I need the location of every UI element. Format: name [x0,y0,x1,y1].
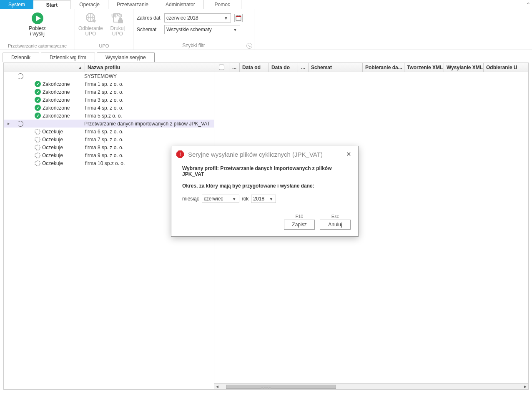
col-data-do[interactable]: Data do [269,63,298,72]
profile-name: SYSTEMOWY [84,73,214,79]
fetch-send-label-2: i wyślij [30,31,45,37]
ribbon-group3-label: Szybki filtr ↘ [133,42,254,50]
dialog-close-button[interactable]: ✕ [344,150,353,158]
calendar-icon[interactable] [234,14,243,22]
dialog-title: Seryjne wysyłanie plików cyklicznych (JP… [188,151,340,158]
pending-icon [35,153,40,158]
selected-profile-line: Wybrany profil: Przetwarzanie danych imp… [182,165,347,177]
left-col-status-header[interactable]: ▲ [4,63,85,72]
check-icon: ✓ [35,81,41,87]
year-label: rok [242,196,249,202]
schema-label: Schemat [137,27,162,33]
profile-name: firma 5 sp.z o. o. [84,113,214,119]
profile-row[interactable]: ✓Zakończonefirma 2 sp. z o. o. [4,88,214,96]
profile-name: firma 7 sp. z o. o. [84,137,214,143]
stop-icon: ! [176,150,184,158]
tab-start[interactable]: Start [33,0,71,9]
print-upo-icon: UPO [111,12,124,25]
profile-name: Przetwarzanie danych importowanych z pli… [84,121,214,127]
col-odbieranie[interactable]: Odbieranie U [484,63,528,72]
pending-icon [35,160,40,166]
status-cell: ✓Zakończone [24,105,84,111]
subtab-2[interactable]: Wysyłanie seryjne [97,53,155,62]
save-hint: F10 [296,214,304,219]
col-dots-2[interactable]: ... [298,63,309,72]
row-indicator-icon: ▸ [5,121,12,126]
refresh-icon [17,121,24,127]
print-upo-button: UPO DrukujUPO [105,11,130,37]
col-data-od[interactable]: Data od [240,63,269,72]
left-grid-header: ▲ Nazwa profilu [4,63,214,72]
svg-rect-6 [119,18,122,20]
refresh-icon [17,73,24,79]
tab-pomoc[interactable]: Pomoc [204,0,241,9]
profile-name: firma 1 sp. z o. o. [84,81,214,87]
profile-row[interactable]: Oczekujefirma 7 sp. z o. o. [4,135,214,143]
fetch-send-label-1: Pobierz [29,25,46,31]
scroll-left-icon[interactable]: ◄ [214,384,220,389]
save-button[interactable]: Zapisz [284,220,315,230]
profile-name: firma 4 sp. z o. o. [84,105,214,111]
ribbon-group1-label: Przetwarzanie automatyczne [0,43,75,50]
profile-group-row[interactable]: SYSTEMOWY [4,72,214,80]
col-wysylanie[interactable]: Wysyłanie XML [444,63,484,72]
sub-tabs: DziennikDziennik wg firmWysyłanie seryjn… [3,53,529,62]
splitter-handle[interactable] [256,386,276,389]
serial-send-dialog: ! Seryjne wysyłanie plików cyklicznych (… [171,146,359,237]
cancel-hint: Esc [331,214,339,219]
receive-upo-button: OdbieranieUPO [78,11,103,37]
pending-icon [35,145,40,150]
profile-row[interactable]: ✓Zakończonefirma 3 sp. z o. o. [4,96,214,104]
date-range-combo[interactable]: czerwiec 2018 ▼ [164,13,231,23]
date-range-label: Zakres dat [137,15,162,21]
play-icon [31,12,44,25]
status-cell: ✓Zakończone [24,97,84,103]
month-combo[interactable]: czerwiec ▼ [202,195,239,203]
col-tworzenie[interactable]: Tworzenie XML [404,63,444,72]
profile-group-row[interactable]: ▸Przetwarzanie danych importowanych z pl… [4,120,214,128]
tab-operacje[interactable]: Operacje [71,0,108,9]
col-schemat[interactable]: Schemat [309,63,363,72]
tab-przetwarzanie[interactable]: Przetwarzanie [108,0,157,9]
profile-row[interactable]: ✓Zakończonefirma 4 sp. z o. o. [4,104,214,112]
tab-system[interactable]: System [0,0,33,9]
ribbon-collapse-icon[interactable]: ⌃ [524,0,532,9]
left-col-name-header[interactable]: Nazwa profilu [85,63,214,72]
status-cell: Oczekuje [24,160,84,166]
year-combo[interactable]: 2018 ▼ [251,195,276,203]
chevron-down-icon: ▼ [223,16,229,20]
right-grid-header: ... Data od Data do ... Schemat Pobieran… [214,63,528,72]
col-checkbox[interactable] [214,63,229,72]
check-icon: ✓ [35,97,41,103]
group-launcher-icon[interactable]: ↘ [246,43,252,49]
status-cell: ✓Zakończone [24,89,84,95]
profile-row[interactable]: ✓Zakończonefirma 1 sp. z o. o. [4,80,214,88]
col-dots-1[interactable]: ... [229,63,240,72]
sort-asc-icon: ▲ [78,65,82,70]
status-cell: ✓Zakończone [24,113,84,119]
status-cell: Oczekuje [24,145,84,150]
profile-row[interactable]: ✓Zakończonefirma 5 sp.z o. o. [4,112,214,120]
svg-text:UPO: UPO [111,13,122,19]
scroll-thumb[interactable] [226,385,336,389]
select-all-checkbox[interactable] [219,65,224,70]
profile-name: firma 3 sp. z o. o. [84,97,214,103]
status-cell: Oczekuje [24,137,84,143]
cancel-button[interactable]: Anuluj [320,220,351,230]
scroll-right-icon[interactable]: ► [522,384,528,389]
fetch-send-button[interactable]: Pobierzi wyślij [23,11,53,37]
profile-row[interactable]: Oczekujefirma 6 sp. z o. o. [4,128,214,135]
svg-rect-5 [118,20,123,23]
ribbon-group2-label: UPO [75,43,133,50]
period-label: Okres, za który mają być przygotowane i … [182,183,347,189]
check-icon: ✓ [35,105,41,111]
subtab-0[interactable]: Dziennik [3,53,39,62]
status-cell: Oczekuje [24,129,84,135]
schema-combo[interactable]: Wszystkie schematy ▼ [164,25,240,34]
profile-name: firma 6 sp. z o. o. [84,129,214,135]
tab-administrator[interactable]: Administrator [157,0,204,9]
svg-rect-8 [236,16,241,17]
check-icon: ✓ [35,89,41,95]
subtab-1[interactable]: Dziennik wg firm [41,53,95,62]
col-pobieranie[interactable]: Pobieranie da... [363,63,404,72]
